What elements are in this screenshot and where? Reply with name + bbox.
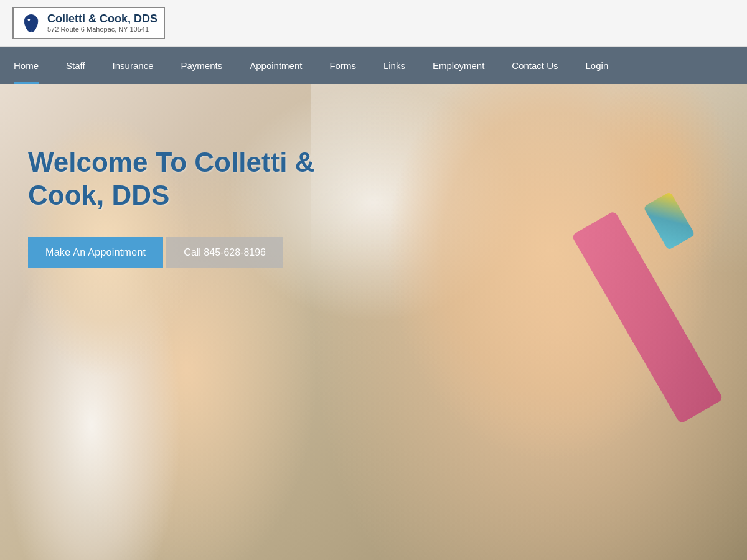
logo-title: Colletti & Cook, DDS xyxy=(47,13,157,26)
nav-links[interactable]: Links xyxy=(370,47,419,84)
hero-content: Welcome To Colletti & Cook, DDS Make An … xyxy=(28,146,327,268)
logo-text: Colletti & Cook, DDS 572 Route 6 Mahopac… xyxy=(47,13,157,33)
make-appointment-button[interactable]: Make An Appointment xyxy=(28,237,163,268)
nav-login[interactable]: Login xyxy=(572,47,622,84)
nav-employment[interactable]: Employment xyxy=(419,47,498,84)
navbar: Home Staff Insurance Payments Appointmen… xyxy=(0,47,747,84)
hero-buttons: Make An Appointment Call 845-628-8196 xyxy=(28,237,327,268)
call-button[interactable]: Call 845-628-8196 xyxy=(166,237,283,268)
nav-forms[interactable]: Forms xyxy=(316,47,370,84)
nav-contact-us[interactable]: Contact Us xyxy=(498,47,571,84)
logo-subtitle: 572 Route 6 Mahopac, NY 10541 xyxy=(47,26,157,33)
nav-appointment[interactable]: Appointment xyxy=(236,47,316,84)
header: Colletti & Cook, DDS 572 Route 6 Mahopac… xyxy=(0,0,747,47)
nav-home[interactable]: Home xyxy=(0,47,52,84)
hero-section: Welcome To Colletti & Cook, DDS Make An … xyxy=(0,84,747,560)
nav-staff[interactable]: Staff xyxy=(52,47,99,84)
logo[interactable]: Colletti & Cook, DDS 572 Route 6 Mahopac… xyxy=(12,7,165,39)
svg-point-0 xyxy=(28,19,31,21)
nav-insurance[interactable]: Insurance xyxy=(99,47,167,84)
nav-payments[interactable]: Payments xyxy=(167,47,236,84)
woman-image-overlay xyxy=(311,84,747,560)
tooth-icon xyxy=(20,12,42,34)
hero-title: Welcome To Colletti & Cook, DDS xyxy=(28,146,327,212)
